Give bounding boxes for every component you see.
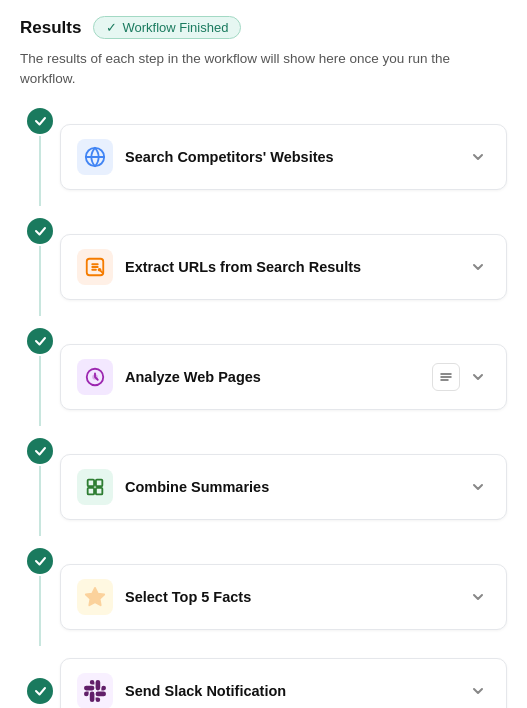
chevron-down-icon[interactable] [466,145,490,169]
svg-point-6 [92,374,98,380]
svg-rect-11 [96,479,102,485]
step-icon-combine [77,469,113,505]
header-row: Results ✓ Workflow Finished [20,16,507,39]
step-row-4: Combine Summaries [20,438,507,536]
chevron-down-icon[interactable] [466,475,490,499]
step-card-6[interactable]: Send Slack Notification [60,658,507,709]
step-indicator-5 [20,548,60,646]
step-indicator-4 [20,438,60,536]
step-card-4[interactable]: Combine Summaries [60,454,507,520]
step-check-6 [27,678,53,704]
workflow-list: Search Competitors' Websites Extract URL… [20,108,507,709]
svg-marker-14 [86,587,104,604]
step-actions-5 [466,585,490,609]
chevron-down-icon[interactable] [466,255,490,279]
step-title-5: Select Top 5 Facts [125,589,454,605]
step-actions-2 [466,255,490,279]
step-row-3: Analyze Web Pages [20,328,507,426]
chevron-down-icon[interactable] [466,365,490,389]
step-title-4: Combine Summaries [125,479,454,495]
step-line-3 [39,356,41,426]
step-actions-6 [466,679,490,703]
step-title-1: Search Competitors' Websites [125,149,454,165]
chevron-down-icon[interactable] [466,679,490,703]
step-card-3[interactable]: Analyze Web Pages [60,344,507,410]
step-indicator-3 [20,328,60,426]
step-indicator-2 [20,218,60,316]
step-title-2: Extract URLs from Search Results [125,259,454,275]
step-card-5[interactable]: Select Top 5 Facts [60,564,507,630]
list-view-icon[interactable] [432,363,460,391]
step-card-2[interactable]: Extract URLs from Search Results [60,234,507,300]
step-check-2 [27,218,53,244]
step-check-1 [27,108,53,134]
step-row-6: Send Slack Notification [20,658,507,709]
svg-rect-10 [88,479,94,485]
step-check-4 [27,438,53,464]
step-indicator-6 [20,678,60,704]
svg-rect-12 [88,487,94,493]
step-icon-select [77,579,113,615]
results-label: Results [20,18,81,38]
step-line-2 [39,246,41,316]
step-icon-slack [77,673,113,709]
check-icon: ✓ [106,20,117,35]
workflow-description: The results of each step in the workflow… [20,49,507,90]
step-check-5 [27,548,53,574]
status-badge-text: Workflow Finished [122,20,228,35]
step-actions-1 [466,145,490,169]
svg-rect-13 [96,487,102,493]
chevron-down-icon[interactable] [466,585,490,609]
step-actions-3 [432,363,490,391]
step-title-6: Send Slack Notification [125,683,454,699]
step-row-1: Search Competitors' Websites [20,108,507,206]
step-actions-4 [466,475,490,499]
step-title-3: Analyze Web Pages [125,369,420,385]
step-card-1[interactable]: Search Competitors' Websites [60,124,507,190]
step-line-1 [39,136,41,206]
step-icon-analyze [77,359,113,395]
step-row-5: Select Top 5 Facts [20,548,507,646]
step-indicator-1 [20,108,60,206]
step-line-4 [39,466,41,536]
step-line-5 [39,576,41,646]
step-row-2: Extract URLs from Search Results [20,218,507,316]
workflow-status-badge: ✓ Workflow Finished [93,16,241,39]
step-icon-globe [77,139,113,175]
step-check-3 [27,328,53,354]
step-icon-extract [77,249,113,285]
